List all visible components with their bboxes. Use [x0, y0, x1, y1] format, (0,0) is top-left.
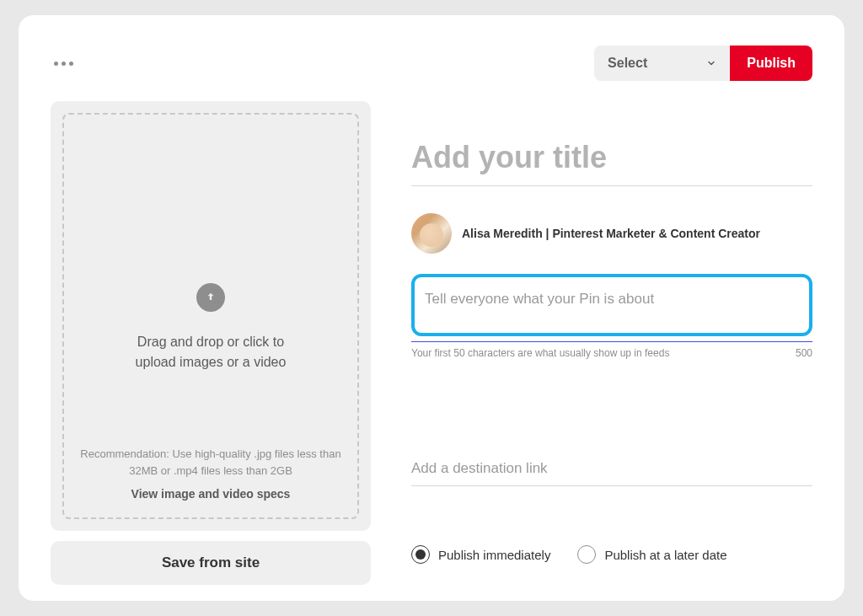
top-actions: Select Publish [594, 46, 812, 81]
more-options-icon[interactable] [51, 58, 77, 69]
view-specs-link[interactable]: View image and video specs [78, 487, 344, 501]
upload-footer: Recommendation: Use high-quality .jpg fi… [64, 446, 357, 501]
board-select-dropdown[interactable]: Select [594, 46, 730, 81]
upload-instructions: Drag and drop or click to upload images … [118, 332, 303, 372]
content-area: Drag and drop or click to upload images … [51, 101, 812, 585]
description-input[interactable] [415, 286, 809, 313]
radio-selected-icon [411, 545, 430, 564]
author-row: Alisa Meredith | Pinterest Marketer & Co… [411, 213, 812, 254]
upload-zone[interactable]: Drag and drop or click to upload images … [51, 101, 371, 531]
publish-now-radio[interactable]: Publish immediately [411, 545, 550, 564]
chevron-down-icon [706, 58, 716, 68]
upload-drop-area: Drag and drop or click to upload images … [62, 113, 359, 519]
upload-recommendation: Recommendation: Use high-quality .jpg fi… [78, 446, 344, 479]
title-input[interactable] [411, 133, 812, 186]
right-column: Alisa Meredith | Pinterest Marketer & Co… [411, 101, 812, 585]
description-hint-row: Your first 50 characters are what usuall… [411, 341, 812, 359]
radio-unselected-icon [577, 545, 596, 564]
description-hint: Your first 50 characters are what usuall… [411, 347, 669, 359]
board-select-label: Select [608, 56, 647, 71]
left-column: Drag and drop or click to upload images … [51, 101, 371, 585]
upload-arrow-icon [196, 283, 225, 312]
radio-label-now: Publish immediately [438, 548, 550, 562]
save-from-site-button[interactable]: Save from site [51, 541, 371, 585]
char-count: 500 [796, 347, 812, 359]
publish-button[interactable]: Publish [730, 46, 812, 81]
publish-later-radio[interactable]: Publish at a later date [577, 545, 726, 564]
top-bar: Select Publish [51, 46, 812, 81]
avatar [411, 213, 452, 254]
destination-link-input[interactable] [411, 452, 812, 486]
schedule-options: Publish immediately Publish at a later d… [411, 545, 812, 564]
description-highlight-box [411, 274, 812, 336]
radio-label-later: Publish at a later date [604, 548, 726, 562]
author-name: Alisa Meredith | Pinterest Marketer & Co… [462, 227, 760, 240]
pin-builder-card: Select Publish Drag and drop or click to… [19, 15, 844, 601]
